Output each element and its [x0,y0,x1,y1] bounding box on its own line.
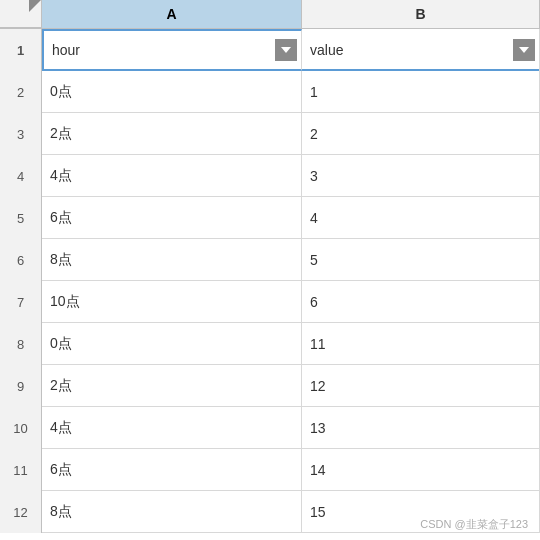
cell-a-3[interactable]: 6点 [42,197,302,239]
cell-b-value-3: 4 [310,210,318,226]
cell-a-value-2: 4点 [50,167,72,185]
cell-a-value-7: 2点 [50,377,72,395]
table-row: 10 4点 13 [0,407,540,449]
data-rows: 2 0点 1 3 2点 2 4 4点 3 5 [0,71,540,533]
column-header-row: A B [0,0,540,29]
col-b-label: B [415,6,425,22]
cell-b-3[interactable]: 4 [302,197,540,239]
row-num-5: 5 [0,197,42,239]
cell-b-value-2: 3 [310,168,318,184]
cell-a-1[interactable]: 2点 [42,113,302,155]
table-row: 5 6点 4 [0,197,540,239]
cell-a-value-0: 0点 [50,83,72,101]
table-row: 7 10点 6 [0,281,540,323]
filter-row: 1 hour value [0,29,540,71]
cell-b-value-4: 5 [310,252,318,268]
row-num-3: 3 [0,113,42,155]
cell-a-value-1: 2点 [50,125,72,143]
row-num-12: 12 [0,491,42,533]
cell-a-value-8: 4点 [50,419,72,437]
row-num-10: 10 [0,407,42,449]
dropdown-button-a[interactable] [275,39,297,61]
cell-b-value-8: 13 [310,420,326,436]
cell-b-9[interactable]: 14 [302,449,540,491]
spreadsheet: A B 1 hour value 2 0点 1 [0,0,540,540]
row-num-9: 9 [0,365,42,407]
cell-a-value-4: 8点 [50,251,72,269]
filter-cell-b[interactable]: value [302,29,540,71]
col-a-label: A [166,6,176,22]
cell-b-value-5: 6 [310,294,318,310]
cell-b-value-10: 15 [310,504,326,520]
filter-text-a: hour [52,42,301,58]
row-num-7: 7 [0,281,42,323]
cell-a-10[interactable]: 8点 [42,491,302,533]
corner-cell [0,0,42,28]
watermark: CSDN @韭菜盒子123 [420,517,528,532]
filter-text-b: value [310,42,539,58]
cell-a-9[interactable]: 6点 [42,449,302,491]
row-num-8: 8 [0,323,42,365]
cell-b-4[interactable]: 5 [302,239,540,281]
cell-b-value-1: 2 [310,126,318,142]
cell-b-2[interactable]: 3 [302,155,540,197]
filter-cell-a[interactable]: hour [42,29,302,71]
cell-a-value-10: 8点 [50,503,72,521]
cell-a-value-3: 6点 [50,209,72,227]
cell-b-value-6: 11 [310,336,326,352]
cell-a-value-9: 6点 [50,461,72,479]
cell-b-0[interactable]: 1 [302,71,540,113]
table-row: 6 8点 5 [0,239,540,281]
cell-b-value-9: 14 [310,462,326,478]
cell-a-6[interactable]: 0点 [42,323,302,365]
cell-a-value-5: 10点 [50,293,80,311]
cell-b-5[interactable]: 6 [302,281,540,323]
cell-b-1[interactable]: 2 [302,113,540,155]
cell-b-7[interactable]: 12 [302,365,540,407]
cell-b-value-0: 1 [310,84,318,100]
cell-a-2[interactable]: 4点 [42,155,302,197]
dropdown-button-b[interactable] [513,39,535,61]
row-num-6: 6 [0,239,42,281]
cell-b-value-7: 12 [310,378,326,394]
row-num-4: 4 [0,155,42,197]
cell-a-4[interactable]: 8点 [42,239,302,281]
table-row: 11 6点 14 [0,449,540,491]
cell-a-5[interactable]: 10点 [42,281,302,323]
row-num-11: 11 [0,449,42,491]
col-header-b[interactable]: B [302,0,540,28]
table-row: 9 2点 12 [0,365,540,407]
cell-a-value-6: 0点 [50,335,72,353]
row-num-2: 2 [0,71,42,113]
table-row: 2 0点 1 [0,71,540,113]
table-row: 4 4点 3 [0,155,540,197]
cell-a-0[interactable]: 0点 [42,71,302,113]
row-num-1: 1 [0,29,42,71]
table-row: 8 0点 11 [0,323,540,365]
cell-a-8[interactable]: 4点 [42,407,302,449]
cell-b-6[interactable]: 11 [302,323,540,365]
dropdown-arrow-b [519,47,529,53]
table-row: 3 2点 2 [0,113,540,155]
cell-b-8[interactable]: 13 [302,407,540,449]
dropdown-arrow-a [281,47,291,53]
col-header-a[interactable]: A [42,0,302,28]
cell-a-7[interactable]: 2点 [42,365,302,407]
